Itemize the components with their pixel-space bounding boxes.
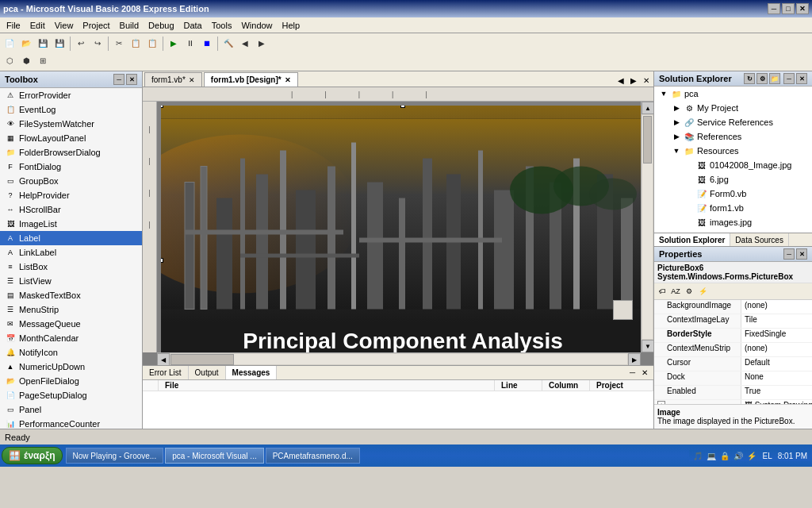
handle-ml[interactable] <box>161 258 163 263</box>
bottom-panel-close[interactable]: ✕ <box>639 368 650 377</box>
format-btn[interactable]: ⬢ <box>18 52 34 68</box>
tree-item-references[interactable]: ▶📚References <box>654 129 812 144</box>
prop-properties-btn[interactable]: ⚙ <box>683 285 695 298</box>
save-all-btn[interactable]: 💾 <box>52 36 67 52</box>
toolbox-item-maskedtextbox[interactable]: ▤MaskedTextBox <box>0 288 142 302</box>
toolbox-item-folderbrowserdialog[interactable]: 📁FolderBrowserDialog <box>0 145 142 160</box>
menu-project[interactable]: Project <box>78 20 114 31</box>
menu-data[interactable]: Data <box>179 20 207 31</box>
toolbox-item-groupbox[interactable]: ▭GroupBox <box>0 174 142 188</box>
toolbox-close-btn[interactable]: ✕ <box>126 74 137 85</box>
taskbar-item-pca---Microsoft-Visual----[interactable]: pca - Microsoft Visual ... <box>165 448 264 464</box>
se-pin-btn[interactable]: ─ <box>783 73 795 84</box>
tree-item-pca[interactable]: ▼📁pca <box>654 87 812 101</box>
redo-btn[interactable]: ↪ <box>90 36 105 52</box>
prop-row-backgroundimage[interactable]: BackgroundImage(none) <box>654 300 812 314</box>
tray-icon-2[interactable]: 💻 <box>706 450 717 461</box>
tree-item-Resources[interactable]: ▼📁Resources <box>654 144 812 158</box>
start-btn[interactable]: ▶ <box>166 36 182 52</box>
prop-row-cursor[interactable]: CursorDefault <box>654 357 812 371</box>
hscroll-right[interactable]: ▶ <box>628 353 641 365</box>
prop-sort-alpha[interactable]: AZ <box>669 285 682 298</box>
tab-nav-right[interactable]: ▶ <box>628 76 639 85</box>
sol-tab-explorer[interactable]: Solution Explorer <box>654 233 730 246</box>
tray-icon-4[interactable]: 🔊 <box>733 450 744 461</box>
undo-btn[interactable]: ↩ <box>73 36 89 52</box>
handle-tm[interactable] <box>400 106 405 108</box>
vscroll-down[interactable]: ▼ <box>642 340 653 352</box>
new-project-btn[interactable]: 📄 <box>2 36 17 52</box>
toolbox-item-imagelist[interactable]: 🖼ImageList <box>0 217 142 231</box>
tree-item-01042008-Image-jpg[interactable]: 🖼01042008_Image.jpg <box>654 158 812 172</box>
form-window[interactable]: Principal Component Analysis PCA <box>161 106 641 352</box>
toolbox-item-menustrip[interactable]: ☰MenuStrip <box>0 302 142 317</box>
toolbox-item-listview[interactable]: ☰ListView <box>0 274 142 288</box>
toolbox-item-eventlog[interactable]: 📋EventLog <box>0 102 142 117</box>
se-refresh-btn[interactable]: ↻ <box>744 73 755 84</box>
nav-back-btn[interactable]: ◀ <box>237 36 253 52</box>
menu-build[interactable]: Build <box>115 20 144 31</box>
canvas-vscroll[interactable]: ▲ ▼ <box>641 102 653 352</box>
tree-item-Service-References[interactable]: ▶🔗Service References <box>654 115 812 129</box>
tab-close-all[interactable]: ✕ <box>641 76 652 85</box>
toolbox-item-errorprovider[interactable]: ⚠ErrorProvider <box>0 88 142 102</box>
cut-btn[interactable]: ✂ <box>111 36 127 52</box>
view-btn[interactable]: ⊞ <box>35 52 51 68</box>
stop-btn[interactable]: ⏹ <box>199 36 215 52</box>
handle-tl[interactable] <box>161 106 163 108</box>
menu-window[interactable]: Window <box>236 20 277 31</box>
hscroll-left[interactable]: ◀ <box>157 353 170 365</box>
toolbox-item-openfiledialog[interactable]: 📂OpenFileDialog <box>0 374 142 388</box>
se-showfiles-btn[interactable]: 📁 <box>769 73 780 84</box>
toolbox-item-helpprovider[interactable]: ?HelpProvider <box>0 188 142 202</box>
vscroll-thumb[interactable] <box>643 116 652 164</box>
paste-btn[interactable]: 📋 <box>144 36 160 52</box>
maximize-button[interactable]: □ <box>782 3 795 14</box>
prop-pin-btn[interactable]: ─ <box>783 248 795 260</box>
toolbox-item-label[interactable]: ALabel <box>0 231 142 245</box>
toolbox-item-notifyicon[interactable]: 🔔NotifyIcon <box>0 345 142 360</box>
tree-item-images-jpg[interactable]: 🖼images.jpg <box>654 215 812 229</box>
tray-icon-1[interactable]: 🎵 <box>692 450 703 461</box>
prop-row-borderstyle[interactable]: BorderStyleFixedSingle <box>654 329 812 343</box>
tab-nav-left[interactable]: ◀ <box>615 76 626 85</box>
menu-view[interactable]: View <box>50 20 79 31</box>
prop-row-dock[interactable]: DockNone <box>654 371 812 386</box>
tree-item-6-jpg[interactable]: 🖼6.jpg <box>654 172 812 187</box>
prop-row-contextimagelay[interactable]: ContextImageLayTile <box>654 314 812 329</box>
menu-file[interactable]: File <box>2 20 25 31</box>
minimize-button[interactable]: ─ <box>768 3 780 14</box>
align-btn[interactable]: ⬡ <box>2 52 17 68</box>
toolbox-pin-btn[interactable]: ─ <box>113 74 124 85</box>
menu-debug[interactable]: Debug <box>144 20 178 31</box>
menu-tools[interactable]: Tools <box>207 20 237 31</box>
menu-help[interactable]: Help <box>278 20 305 31</box>
toolbox-item-filesystemwatcher[interactable]: 👁FileSystemWatcher <box>0 117 142 131</box>
se-properties-btn[interactable]: ⚙ <box>756 73 768 84</box>
toolbox-item-numericupdown[interactable]: ▲NumericUpDown <box>0 360 142 374</box>
se-close-btn[interactable]: ✕ <box>796 73 807 84</box>
prop-row-enabled[interactable]: EnabledTrue <box>654 386 812 400</box>
taskbar-item-PC-metafrasmeno-d---[interactable]: PCΑmetafrasmeno.d... <box>266 448 360 464</box>
toolbox-item-fontdialog[interactable]: FFontDialog <box>0 160 142 174</box>
toolbox-item-hscrollbar[interactable]: ↔HScrollBar <box>0 202 142 217</box>
prop-close-btn[interactable]: ✕ <box>796 248 807 260</box>
toolbox-item-monthcalendar[interactable]: 📅MonthCalendar <box>0 331 142 345</box>
build-btn[interactable]: 🔨 <box>220 36 236 52</box>
toolbox-item-pagesetupdialog[interactable]: 📄PageSetupDialog <box>0 388 142 402</box>
bottom-tab-messages[interactable]: Messages <box>226 366 278 379</box>
toolbox-item-performancecounter[interactable]: 📊PerformanceCounter <box>0 417 142 429</box>
tree-item-My-Project[interactable]: ▶⚙My Project <box>654 101 812 115</box>
tray-icon-3[interactable]: 🔒 <box>719 450 730 461</box>
prop-sort-category[interactable]: 🏷 <box>656 285 668 298</box>
pause-btn[interactable]: ⏸ <box>182 36 198 52</box>
toolbox-item-messagequeue[interactable]: ✉MessageQueue <box>0 317 142 331</box>
tree-item-Form0-vb[interactable]: 📝Form0.vb <box>654 187 812 201</box>
open-file-btn[interactable]: 📂 <box>18 36 34 52</box>
close-button[interactable]: ✕ <box>796 3 809 14</box>
toolbox-item-panel[interactable]: ▭Panel <box>0 402 142 417</box>
bottom-tab-errorlist[interactable]: Error List <box>143 366 189 379</box>
tab-form1-vb--Design--[interactable]: form1.vb [Design]*✕ <box>204 72 298 87</box>
save-btn[interactable]: 💾 <box>35 36 51 52</box>
prop-events-btn[interactable]: ⚡ <box>696 285 709 298</box>
